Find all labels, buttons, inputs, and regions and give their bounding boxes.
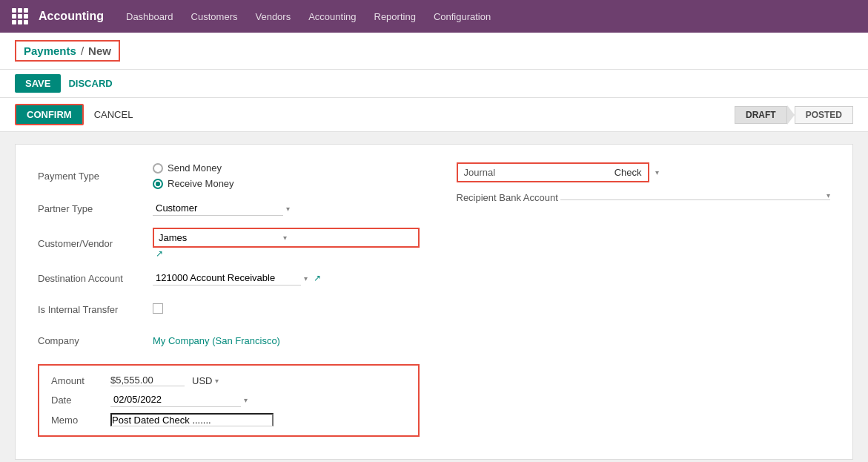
date-input[interactable] (110, 392, 241, 407)
left-form-section: Payment Type Send Money Receive Money (38, 162, 420, 437)
customer-vendor-label: Customer/Vendor (38, 238, 153, 249)
customer-vendor-field: ▾ ↗ (153, 228, 420, 259)
is-internal-transfer-field (153, 303, 420, 316)
action-bar: SAVE DISCARD (0, 70, 868, 98)
partner-type-label: Partner Type (38, 203, 153, 214)
nav-reporting[interactable]: Reporting (374, 11, 416, 22)
receive-money-option[interactable]: Receive Money (153, 178, 420, 189)
company-row: Company My Company (San Francisco) (38, 329, 420, 352)
nav-dashboard[interactable]: Dashboard (126, 11, 173, 22)
partner-type-input[interactable] (153, 201, 283, 216)
memo-field (110, 413, 406, 426)
destination-account-field: ▾ ↗ (153, 271, 420, 286)
form-card: Payment Type Send Money Receive Money (15, 144, 853, 460)
send-money-label: Send Money (168, 162, 222, 174)
recipient-bank-label: Recipient Bank Account (457, 191, 560, 205)
is-internal-transfer-checkbox[interactable] (153, 303, 163, 314)
nav-customers[interactable]: Customers (191, 11, 238, 22)
recipient-bank-field: ▾ (560, 191, 831, 200)
payment-type-label: Payment Type (38, 171, 153, 182)
nav-configuration[interactable]: Configuration (434, 11, 491, 22)
partner-type-field: ▾ (153, 201, 420, 216)
send-money-option[interactable]: Send Money (153, 162, 420, 174)
status-posted: POSTED (795, 106, 853, 124)
nav-vendors[interactable]: Vendors (255, 11, 291, 22)
journal-arrow[interactable]: ▾ (655, 168, 659, 176)
destination-account-label: Destination Account (38, 273, 153, 284)
currency-arrow[interactable]: ▾ (215, 377, 219, 385)
discard-button[interactable]: DISCARD (68, 78, 112, 89)
currency-value: USD (192, 375, 212, 386)
company-link[interactable]: My Company (San Francisco) (153, 335, 280, 346)
customer-vendor-input[interactable] (159, 232, 283, 243)
receive-money-label: Receive Money (168, 178, 234, 189)
receive-money-radio[interactable] (153, 179, 163, 189)
breadcrumb-parent[interactable]: Payments (24, 44, 76, 57)
recipient-bank-row: Recipient Bank Account ▾ (457, 191, 831, 205)
partner-type-arrow[interactable]: ▾ (286, 205, 290, 213)
top-nav: Accounting Dashboard Customers Vendors A… (0, 0, 868, 33)
customer-vendor-row: Customer/Vendor ▾ ↗ (38, 228, 420, 259)
status-draft: DRAFT (735, 106, 787, 124)
customer-vendor-highlighted: ▾ (153, 228, 420, 248)
app-grid-icon[interactable] (12, 8, 28, 24)
destination-account-input[interactable] (153, 271, 301, 286)
main-content: Payment Type Send Money Receive Money (0, 132, 868, 462)
partner-type-row: Partner Type ▾ (38, 197, 420, 220)
amount-input-group: $5,555.00 USD ▾ (110, 374, 219, 386)
amount-value[interactable]: $5,555.00 (110, 374, 185, 386)
status-pills: DRAFT POSTED (735, 105, 853, 125)
date-field: ▾ (110, 392, 406, 407)
status-arrow (787, 105, 795, 125)
company-field: My Company (San Francisco) (153, 335, 420, 346)
is-internal-transfer-label: Is Internal Transfer (38, 304, 153, 315)
memo-input[interactable] (110, 413, 274, 426)
journal-highlighted: Journal Check (457, 162, 649, 182)
nav-links: Dashboard Customers Vendors Accounting R… (126, 11, 491, 22)
amount-box: Amount $5,555.00 USD ▾ Date (38, 364, 420, 437)
payment-type-options: Send Money Receive Money (153, 162, 420, 189)
amount-row: Amount $5,555.00 USD ▾ (51, 374, 406, 386)
currency-select: USD ▾ (192, 375, 219, 386)
app-title: Accounting (39, 10, 104, 23)
destination-account-ext-link[interactable]: ↗ (314, 273, 321, 283)
journal-value: Check (614, 167, 642, 178)
breadcrumb-current: New (88, 44, 111, 57)
payment-type-row: Payment Type Send Money Receive Money (38, 162, 420, 189)
customer-vendor-arrow[interactable]: ▾ (283, 234, 287, 242)
destination-account-arrow[interactable]: ▾ (304, 274, 308, 283)
recipient-bank-arrow[interactable]: ▾ (826, 191, 830, 199)
amount-label: Amount (51, 375, 110, 386)
breadcrumb: Payments / New (15, 40, 120, 62)
right-form-section: Journal Check ▾ Recipient Bank Account ▾ (449, 162, 831, 437)
memo-label: Memo (51, 415, 110, 426)
breadcrumb-bar: Payments / New (0, 33, 868, 70)
company-label: Company (38, 335, 153, 346)
is-internal-transfer-row: Is Internal Transfer (38, 297, 420, 321)
send-money-radio[interactable] (153, 163, 163, 174)
form-grid: Payment Type Send Money Receive Money (38, 162, 830, 437)
journal-row: Journal Check ▾ (457, 162, 831, 182)
breadcrumb-separator: / (81, 44, 84, 57)
nav-accounting[interactable]: Accounting (308, 11, 356, 22)
destination-account-row: Destination Account ▾ ↗ (38, 266, 420, 290)
journal-label: Journal (464, 167, 496, 178)
date-label: Date (51, 395, 110, 406)
cancel-button[interactable]: CANCEL (94, 109, 133, 120)
confirm-button[interactable]: CONFIRM (15, 104, 84, 125)
save-button[interactable]: SAVE (15, 74, 61, 93)
memo-row: Memo (51, 413, 406, 426)
date-arrow[interactable]: ▾ (244, 396, 248, 404)
customer-vendor-ext-link[interactable]: ↗ (156, 248, 163, 259)
date-row: Date ▾ (51, 392, 406, 407)
payment-type-radio-group: Send Money Receive Money (153, 162, 420, 189)
confirm-bar: CONFIRM CANCEL DRAFT POSTED (0, 98, 868, 132)
